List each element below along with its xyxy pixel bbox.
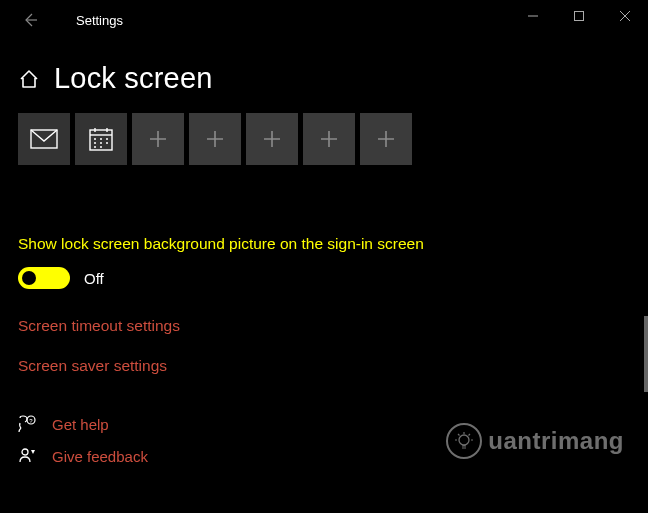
mail-icon	[30, 129, 58, 149]
toggle-row: Off	[18, 267, 630, 289]
signin-background-toggle[interactable]	[18, 267, 70, 289]
close-icon	[620, 11, 630, 21]
maximize-icon	[574, 11, 584, 21]
close-button[interactable]	[602, 0, 648, 32]
scrollbar-thumb[interactable]	[644, 316, 648, 392]
maximize-button[interactable]	[556, 0, 602, 32]
window-controls	[510, 0, 648, 32]
get-help-link[interactable]: ? Get help	[18, 415, 630, 433]
get-help-label: Get help	[52, 416, 109, 433]
app-tile-add-4[interactable]	[303, 113, 355, 165]
page-title: Lock screen	[54, 62, 213, 95]
svg-point-5	[22, 449, 28, 455]
app-tile-add-3[interactable]	[246, 113, 298, 165]
give-feedback-link[interactable]: Give feedback	[18, 447, 630, 465]
minimize-icon	[528, 11, 538, 21]
footer-links: ? Get help Give feedback	[0, 415, 648, 465]
title-bar: Settings	[0, 0, 648, 40]
plus-icon	[205, 129, 225, 149]
plus-icon	[376, 129, 396, 149]
screen-saver-link[interactable]: Screen saver settings	[18, 357, 630, 375]
setting-label: Show lock screen background picture on t…	[18, 235, 630, 253]
home-icon[interactable]	[18, 68, 40, 90]
app-tile-calendar[interactable]	[75, 113, 127, 165]
back-arrow-icon	[22, 12, 38, 28]
quick-status-apps-row	[0, 113, 648, 165]
plus-icon	[148, 129, 168, 149]
give-feedback-label: Give feedback	[52, 448, 148, 465]
feedback-icon	[18, 447, 36, 465]
svg-rect-0	[575, 12, 584, 21]
app-tile-add-2[interactable]	[189, 113, 241, 165]
toggle-knob	[22, 271, 36, 285]
minimize-button[interactable]	[510, 0, 556, 32]
app-tile-add-1[interactable]	[132, 113, 184, 165]
plus-icon	[319, 129, 339, 149]
app-tile-add-5[interactable]	[360, 113, 412, 165]
window-title: Settings	[76, 13, 123, 28]
toggle-state-label: Off	[84, 270, 104, 287]
settings-block: Show lock screen background picture on t…	[0, 235, 648, 375]
back-button[interactable]	[10, 0, 50, 40]
page-header: Lock screen	[0, 40, 648, 113]
help-icon: ?	[18, 415, 36, 433]
screen-timeout-link[interactable]: Screen timeout settings	[18, 317, 630, 335]
plus-icon	[262, 129, 282, 149]
app-tile-mail[interactable]	[18, 113, 70, 165]
calendar-icon	[88, 126, 114, 152]
